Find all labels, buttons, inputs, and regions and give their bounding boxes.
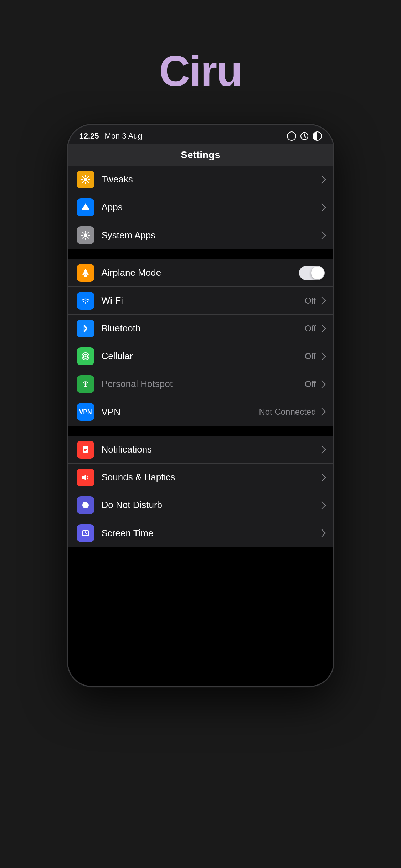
svg-point-6 — [84, 233, 87, 237]
wifi-value: Off — [305, 296, 316, 306]
nav-title: Settings — [181, 149, 220, 160]
cellular-chevron — [318, 352, 326, 360]
tweaks-icon — [77, 171, 94, 188]
wifi-chevron — [318, 296, 326, 305]
cellular-icon — [77, 347, 94, 365]
screen-time-icon — [77, 524, 94, 542]
status-bar: 12.25 Mon 3 Aug — [68, 125, 333, 144]
hotspot-value: Off — [305, 379, 316, 389]
vpn-icon: VPN — [77, 403, 94, 421]
screen-time-chevron — [318, 529, 326, 537]
nav-title-bar: Settings — [68, 144, 333, 166]
settings-content: Tweaks Apps — [68, 166, 333, 686]
airplane-mode-icon — [77, 264, 94, 282]
wifi-label: Wi-Fi — [102, 295, 305, 306]
vpn-value: Not Connected — [259, 407, 316, 417]
notifications-icon — [77, 441, 94, 459]
vpn-badge: VPN — [79, 408, 92, 416]
airplane-mode-toggle[interactable] — [299, 266, 325, 280]
svg-rect-13 — [84, 450, 86, 451]
status-date: Mon 3 Aug — [105, 131, 142, 141]
status-icons — [287, 131, 322, 141]
airplane-mode-label: Airplane Mode — [102, 267, 299, 278]
cellular-row[interactable]: Cellular Off — [68, 342, 333, 370]
dnd-label: Do Not Disturb — [102, 500, 319, 511]
tweaks-label: Tweaks — [102, 174, 319, 185]
dnd-icon — [77, 496, 94, 514]
notifications-chevron — [318, 445, 326, 454]
svg-line-2 — [304, 136, 306, 137]
system-apps-chevron — [318, 231, 326, 239]
svg-rect-11 — [84, 448, 87, 448]
system-apps-row[interactable]: System Apps — [68, 221, 333, 249]
vpn-chevron — [318, 408, 326, 416]
apps-chevron — [318, 203, 326, 211]
wifi-icon — [77, 292, 94, 310]
airplane-mode-row[interactable]: Airplane Mode — [68, 259, 333, 287]
screen-time-label: Screen Time — [102, 528, 319, 539]
sounds-label: Sounds & Haptics — [102, 472, 319, 483]
apps-label: Apps — [102, 202, 319, 213]
bluetooth-icon — [77, 320, 94, 337]
dnd-chevron — [318, 501, 326, 509]
vpn-row[interactable]: VPN VPN Not Connected — [68, 398, 333, 426]
system-apps-label: System Apps — [102, 230, 319, 241]
section-2: Airplane Mode Wi-Fi Off — [68, 259, 333, 436]
hotspot-label: Personal Hotspot — [102, 378, 305, 389]
apps-icon — [77, 198, 94, 216]
sounds-chevron — [318, 473, 326, 481]
wifi-row[interactable]: Wi-Fi Off — [68, 287, 333, 315]
sounds-row[interactable]: Sounds & Haptics — [68, 464, 333, 491]
hotspot-chevron — [318, 380, 326, 388]
svg-rect-12 — [84, 449, 87, 450]
notifications-row[interactable]: Notifications — [68, 436, 333, 464]
notifications-label: Notifications — [102, 444, 319, 455]
status-brightness-icon — [313, 131, 322, 141]
apps-row[interactable]: Apps — [68, 193, 333, 221]
status-circle-icon — [287, 131, 296, 141]
bluetooth-value: Off — [305, 324, 316, 334]
status-time: 12.25 — [79, 131, 99, 141]
system-apps-icon — [77, 226, 94, 244]
bluetooth-chevron — [318, 324, 326, 332]
bluetooth-row[interactable]: Bluetooth Off — [68, 315, 333, 342]
bluetooth-label: Bluetooth — [102, 323, 305, 334]
tweaks-row[interactable]: Tweaks — [68, 166, 333, 193]
hotspot-row[interactable]: Personal Hotspot Off — [68, 370, 333, 398]
phone-frame: 12.25 Mon 3 Aug Settings — [67, 124, 334, 687]
cellular-value: Off — [305, 351, 316, 361]
screen-time-row[interactable]: Screen Time — [68, 519, 333, 547]
app-title: Ciru — [159, 46, 242, 95]
status-timer-icon — [300, 131, 309, 141]
section-3: Notifications Sounds & Haptics — [68, 436, 333, 557]
svg-point-5 — [84, 178, 87, 181]
section-1: Tweaks Apps — [68, 166, 333, 259]
dnd-row[interactable]: Do Not Disturb — [68, 491, 333, 519]
sounds-icon — [77, 469, 94, 486]
tweaks-chevron — [318, 175, 326, 184]
hotspot-icon — [77, 375, 94, 393]
vpn-label: VPN — [102, 407, 259, 418]
svg-point-9 — [84, 355, 86, 357]
cellular-label: Cellular — [102, 351, 305, 362]
